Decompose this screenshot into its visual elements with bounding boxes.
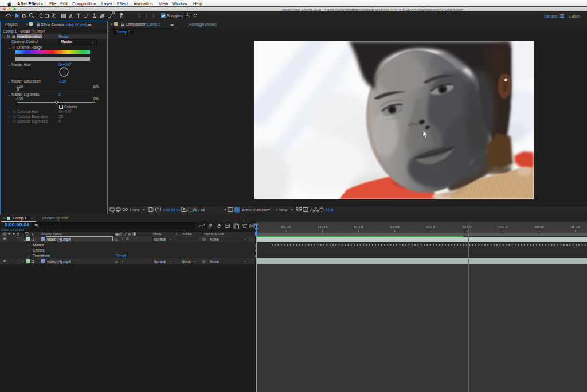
svg-text:01:00f: 01:00f [318, 225, 327, 229]
svg-text:Active Camera: Active Camera [242, 207, 268, 211]
svg-text:100%: 100% [130, 207, 139, 211]
svg-text:Full: Full [198, 207, 205, 211]
svg-text:Learn: Learn [569, 14, 580, 19]
svg-text:04:12f: 04:12f [570, 225, 580, 229]
svg-text:00:12f: 00:12f [281, 225, 291, 229]
svg-text:03:00f: 03:00f [462, 225, 472, 229]
svg-text:+0.0: +0.0 [326, 207, 334, 211]
svg-text:02:00f: 02:00f [390, 225, 400, 229]
svg-text:01:12f: 01:12f [354, 225, 363, 229]
svg-text:1 View: 1 View [276, 207, 287, 211]
svg-text:04:00f: 04:00f [534, 225, 544, 229]
svg-text:#: # [32, 232, 34, 236]
svg-text:02:13f: 02:13f [426, 225, 436, 229]
svg-text:0:00:03:03: 0:00:03:03 [163, 207, 181, 211]
svg-text:Default: Default [544, 14, 558, 19]
svg-text:03:12f: 03:12f [498, 225, 508, 229]
svg-text:Snapping: Snapping [167, 14, 184, 18]
svg-text:fx: fx [128, 232, 132, 236]
